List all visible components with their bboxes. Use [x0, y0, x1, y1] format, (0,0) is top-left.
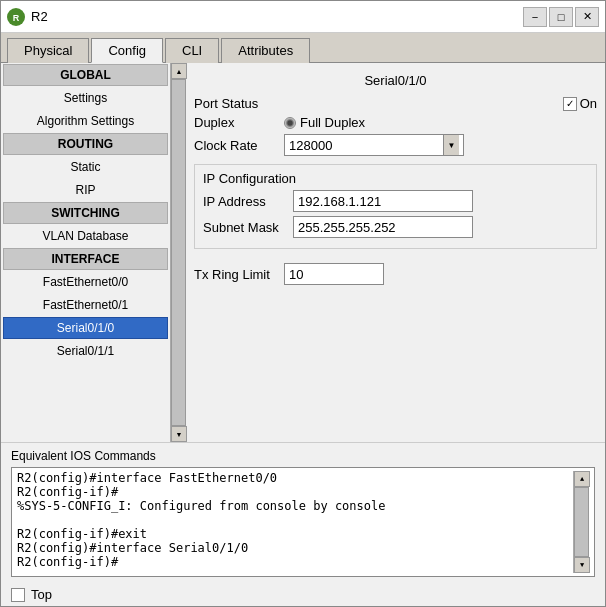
clock-rate-row: Clock Rate 128000 ▼ [194, 134, 597, 156]
full-duplex-radio[interactable] [284, 117, 296, 129]
port-status-label: Port Status [194, 96, 258, 111]
full-duplex-label: Full Duplex [300, 115, 365, 130]
full-duplex-option[interactable]: Full Duplex [284, 115, 365, 130]
ios-scrollbar: ▲ ▼ [573, 471, 589, 573]
sidebar-item-serial011[interactable]: Serial0/1/1 [3, 340, 168, 362]
ios-scroll-up[interactable]: ▲ [574, 471, 590, 487]
config-panel: Serial0/1/0 Port Status ✓ On Duplex Full… [186, 63, 605, 442]
subnet-mask-label: Subnet Mask [203, 220, 293, 235]
clock-rate-label: Clock Rate [194, 138, 284, 153]
tabs-bar: Physical Config CLI Attributes [1, 33, 605, 63]
footer: Top [1, 583, 605, 606]
tab-physical[interactable]: Physical [7, 38, 89, 63]
sidebar-item-serial010[interactable]: Serial0/1/0 [3, 317, 168, 339]
ip-config-section: IP Configuration IP Address Subnet Mask [194, 164, 597, 249]
ip-address-label: IP Address [203, 194, 293, 209]
close-button[interactable]: ✕ [575, 7, 599, 27]
app-icon: R [7, 8, 25, 26]
sidebar-header-global: GLOBAL [3, 64, 168, 86]
sidebar-item-static[interactable]: Static [3, 156, 168, 178]
ios-text: R2(config)#interface FastEthernet0/0 R2(… [17, 471, 573, 573]
window-title: R2 [31, 9, 523, 24]
ip-address-input[interactable] [293, 190, 473, 212]
duplex-row: Duplex Full Duplex [194, 115, 597, 130]
tab-cli[interactable]: CLI [165, 38, 219, 63]
minimize-button[interactable]: − [523, 7, 547, 27]
sidebar-item-rip[interactable]: RIP [3, 179, 168, 201]
ios-section: Equivalent IOS Commands R2(config)#inter… [1, 442, 605, 583]
on-checkbox-container: ✓ On [563, 96, 597, 111]
maximize-button[interactable]: □ [549, 7, 573, 27]
scroll-up-arrow[interactable]: ▲ [171, 63, 187, 79]
window-controls: − □ ✕ [523, 7, 599, 27]
clock-rate-dropdown-arrow[interactable]: ▼ [443, 135, 459, 155]
content-area: GLOBAL Settings Algorithm Settings ROUTI… [1, 63, 605, 442]
svg-text:R: R [13, 13, 20, 23]
tab-attributes[interactable]: Attributes [221, 38, 310, 63]
top-label: Top [31, 587, 52, 602]
subnet-mask-input[interactable] [293, 216, 473, 238]
clock-rate-select[interactable]: 128000 ▼ [284, 134, 464, 156]
ios-console[interactable]: R2(config)#interface FastEthernet0/0 R2(… [11, 467, 595, 577]
scroll-thumb[interactable] [171, 79, 186, 426]
tx-ring-limit-label: Tx Ring Limit [194, 267, 284, 282]
interface-title: Serial0/1/0 [194, 71, 597, 90]
tab-config[interactable]: Config [91, 38, 163, 63]
sidebar-item-algorithm-settings[interactable]: Algorithm Settings [3, 110, 168, 132]
on-label: On [580, 96, 597, 111]
main-window: R R2 − □ ✕ Physical Config CLI Attribute… [0, 0, 606, 607]
clock-rate-value: 128000 [289, 138, 332, 153]
tx-ring-limit-row: Tx Ring Limit [194, 263, 597, 285]
duplex-label: Duplex [194, 115, 284, 130]
ip-address-row: IP Address [203, 190, 588, 212]
sidebar-item-fastethernet00[interactable]: FastEthernet0/0 [3, 271, 168, 293]
ios-label: Equivalent IOS Commands [11, 449, 595, 463]
sidebar-item-vlan-database[interactable]: VLAN Database [3, 225, 168, 247]
sidebar-scrollbar: ▲ ▼ [170, 63, 186, 442]
port-status-row: Port Status ✓ On [194, 96, 597, 111]
sidebar-header-routing: ROUTING [3, 133, 168, 155]
sidebar-header-switching: SWITCHING [3, 202, 168, 224]
scroll-down-arrow[interactable]: ▼ [171, 426, 187, 442]
sidebar-item-settings[interactable]: Settings [3, 87, 168, 109]
title-bar: R R2 − □ ✕ [1, 1, 605, 33]
tx-ring-limit-input[interactable] [284, 263, 384, 285]
ip-config-title: IP Configuration [203, 171, 588, 186]
subnet-mask-row: Subnet Mask [203, 216, 588, 238]
top-checkbox[interactable] [11, 588, 25, 602]
on-checkbox[interactable]: ✓ [563, 97, 577, 111]
ios-scroll-down[interactable]: ▼ [574, 557, 590, 573]
sidebar-header-interface: INTERFACE [3, 248, 168, 270]
sidebar: GLOBAL Settings Algorithm Settings ROUTI… [1, 63, 186, 442]
sidebar-list: GLOBAL Settings Algorithm Settings ROUTI… [1, 63, 170, 442]
sidebar-item-fastethernet01[interactable]: FastEthernet0/1 [3, 294, 168, 316]
ios-scroll-thumb[interactable] [574, 487, 589, 557]
